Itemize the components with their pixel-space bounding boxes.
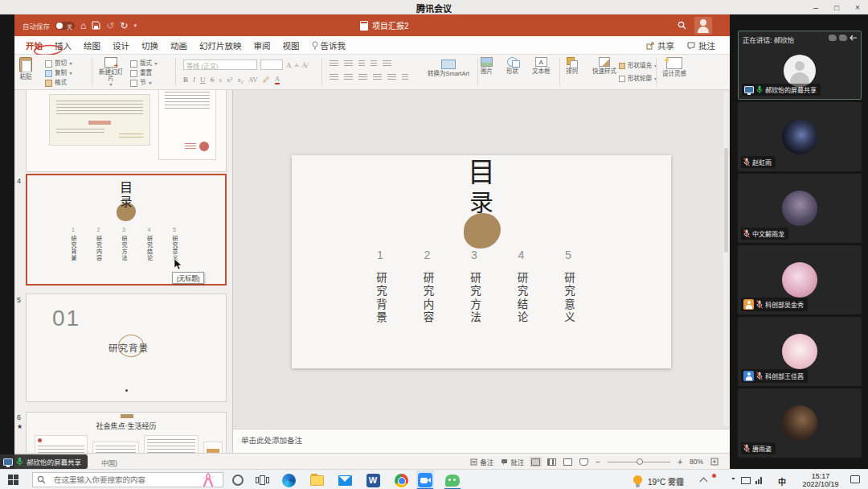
bold-button[interactable]: B [183, 76, 188, 84]
design-ideas-button[interactable]: 设计灵感 [661, 57, 688, 77]
highlight-color-icon[interactable]: 🖉 [263, 76, 270, 84]
quick-access-dropdown-icon[interactable]: ▾ [133, 23, 137, 29]
participant-tile-screenshare[interactable]: 正在讲话: 郝欣怡 郝欣怡的屏幕共享 [738, 31, 862, 100]
textbox-button[interactable]: A 文本框 [532, 57, 551, 75]
weather-text[interactable]: 19°C 雾霾 [648, 475, 684, 487]
layout-button[interactable]: 版式 [130, 59, 158, 68]
scrollbar-thumb[interactable] [724, 148, 728, 253]
reading-view-button[interactable] [563, 458, 572, 466]
align-left-icon[interactable] [330, 74, 338, 81]
redo-icon[interactable]: ↻ [120, 21, 128, 31]
zoom-out-button[interactable]: − [596, 458, 600, 466]
autosave-toggle[interactable]: 关 [55, 22, 75, 30]
edge-icon[interactable] [280, 472, 297, 488]
undo-icon[interactable]: ↺ [106, 21, 114, 31]
zoom-slider-knob[interactable] [637, 458, 643, 465]
increase-indent-icon[interactable] [371, 60, 377, 68]
columns-icon[interactable] [387, 74, 396, 81]
align-center-icon[interactable] [344, 74, 353, 81]
tab-animations[interactable]: 动画 [170, 39, 187, 51]
notes-pane[interactable]: 单击此处添加备注 [233, 429, 730, 453]
decrease-indent-icon[interactable] [358, 60, 365, 68]
mail-icon[interactable] [336, 472, 354, 488]
paste-button[interactable]: 粘贴 [19, 57, 32, 80]
font-color-icon[interactable]: A [275, 75, 280, 84]
minimize-button[interactable]: – [805, 0, 826, 14]
zoom-slider[interactable] [608, 462, 670, 462]
share-button[interactable]: 共享 [646, 39, 674, 51]
superscript-button[interactable]: x² [227, 76, 232, 84]
convert-smartart-button[interactable]: 转换为SmartArt [426, 60, 471, 77]
tab-view[interactable]: 视图 [283, 39, 300, 51]
tab-review[interactable]: 审阅 [254, 39, 271, 51]
notification-center-icon[interactable] [850, 475, 860, 483]
bullets-icon[interactable] [330, 60, 338, 68]
search-icon[interactable] [678, 21, 686, 30]
tencent-meeting-taskbar-icon[interactable] [416, 471, 434, 489]
tab-design[interactable]: 设计 [113, 39, 129, 51]
close-button[interactable]: × [847, 0, 868, 14]
participant-tile[interactable]: 赵虹雨 [738, 102, 862, 171]
slide-thumbnail-6[interactable]: 社会焦点·生活经历 [26, 412, 227, 453]
start-button[interactable] [8, 475, 18, 485]
new-slide-button[interactable]: 新建幻灯片 [96, 57, 125, 86]
network-signal-icon[interactable] [755, 477, 762, 484]
home-icon[interactable]: ⌂ [80, 21, 86, 31]
tab-home[interactable]: 开始 [26, 39, 43, 51]
arrange-button[interactable]: 排列 [566, 57, 578, 75]
clear-format-icon[interactable]: A̸ [302, 61, 308, 69]
shapes-button[interactable]: 形状 [506, 57, 518, 75]
screen-share-indicator[interactable]: 郝欣怡的屏幕共享 [0, 454, 88, 469]
italic-button[interactable]: I [193, 76, 195, 84]
text-direction-icon[interactable] [402, 74, 408, 81]
quick-styles-button[interactable]: 快速样式 [590, 57, 619, 75]
shape-fill-button[interactable]: 形状填充 [619, 61, 657, 71]
taskbar-clock[interactable]: 15:17 2022/10/19 [794, 472, 847, 488]
participant-tile[interactable]: 中文解雨龙 [738, 174, 862, 243]
tray-expand-icon[interactable] [700, 478, 708, 486]
line-spacing-icon[interactable] [383, 60, 391, 68]
weather-icon[interactable] [633, 475, 642, 484]
file-explorer-icon[interactable] [308, 472, 326, 488]
reset-button[interactable]: 重置 [130, 68, 158, 78]
zoom-level[interactable]: 80% [690, 458, 703, 466]
word-icon[interactable] [364, 472, 382, 488]
fit-to-window-icon[interactable] [710, 458, 719, 466]
strikethrough-button[interactable]: S [211, 76, 215, 84]
task-view-icon[interactable] [253, 472, 271, 488]
participant-tile[interactable]: 科创部王佳茜 [738, 317, 862, 386]
underline-button[interactable]: U [200, 76, 206, 84]
current-slide-canvas[interactable]: 目 录 1研究背景 2研究内容 3研究方法 4研究结论 5研究意义 [292, 155, 671, 368]
shape-outline-button[interactable]: 形状轮廓 [619, 74, 657, 84]
comments-button[interactable]: 批注 [687, 39, 715, 51]
wechat-taskbar-icon[interactable] [444, 471, 461, 489]
slide-thumbnail-5[interactable]: 01 研究背景 [26, 294, 227, 402]
zoom-in-button[interactable]: + [678, 458, 682, 466]
vertical-scrollbar[interactable] [723, 92, 729, 425]
taskbar-search-input[interactable] [32, 472, 223, 487]
notes-toggle[interactable]: 备注 [470, 457, 493, 466]
slide-thumbnail-4-selected[interactable]: 目 录 1研究背景 2研究内容 3研究方法 4研究结论 5研究意义 [26, 174, 227, 286]
tab-insert[interactable]: 插入 [55, 39, 72, 51]
slide-thumbnail-3[interactable] [26, 90, 227, 172]
chrome-icon[interactable] [392, 472, 410, 488]
account-avatar[interactable] [694, 17, 712, 35]
cortana-icon[interactable] [229, 472, 247, 488]
screen-cast-icon[interactable] [741, 477, 751, 484]
tab-transitions[interactable]: 切换 [141, 39, 158, 51]
shrink-font-icon[interactable]: A [295, 62, 299, 68]
section-button[interactable]: 节 [130, 78, 158, 88]
text-shadow-button[interactable]: s [219, 76, 223, 84]
character-spacing-icon[interactable]: AV [248, 76, 258, 84]
save-icon[interactable] [92, 21, 100, 30]
slide-sorter-view-button[interactable] [547, 458, 556, 466]
font-name-select[interactable]: 等线 (正文) [183, 60, 257, 70]
normal-view-button[interactable] [531, 458, 540, 466]
subscript-button[interactable]: x₂ [237, 76, 244, 84]
comments-toggle[interactable]: 批注 [501, 457, 524, 466]
format-painter-button[interactable]: 格式 [45, 78, 72, 88]
font-size-select[interactable] [260, 60, 283, 70]
copy-button[interactable]: 复制 [45, 68, 72, 78]
slideshow-view-button[interactable] [579, 458, 588, 466]
participant-tile[interactable]: 唐雨姿 [738, 388, 862, 458]
